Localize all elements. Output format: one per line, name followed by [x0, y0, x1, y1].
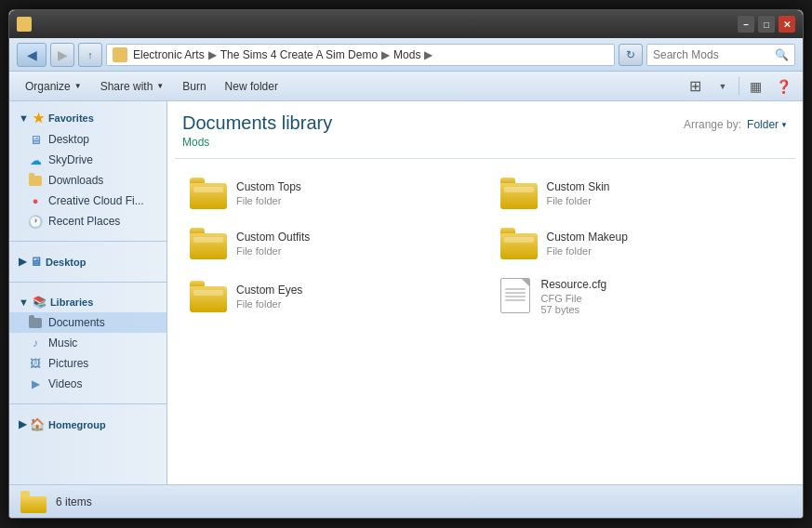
desktop-icon: 🖥: [28, 132, 43, 147]
back-button[interactable]: ◀: [17, 43, 47, 67]
search-box[interactable]: 🔍: [646, 44, 795, 66]
library-header: Documents library Mods Arrange by: Folde…: [167, 101, 803, 152]
file-type-custom-skin: File folder: [547, 195, 610, 206]
folder-shine: [193, 237, 223, 243]
doc-line: [505, 292, 526, 294]
folder-shine: [193, 187, 223, 192]
file-area: Documents library Mods Arrange by: Folde…: [167, 101, 803, 484]
libraries-icon: 📚: [33, 296, 47, 309]
file-item-custom-outfits[interactable]: Custom Outfits File folder: [182, 222, 478, 265]
minimize-button[interactable]: –: [738, 16, 754, 33]
change-view-chevron[interactable]: ▼: [711, 75, 735, 98]
search-icon: 🔍: [775, 48, 789, 61]
libraries-header[interactable]: ▼ 📚 Libraries: [9, 292, 166, 312]
folder-body: [190, 233, 227, 259]
sidebar-item-pictures[interactable]: 🖼 Pictures: [9, 353, 166, 374]
folder-icon-custom-tops: [190, 178, 227, 209]
sidebar-item-downloads[interactable]: Downloads: [9, 170, 166, 191]
search-input[interactable]: [653, 48, 771, 61]
file-item-custom-makeup[interactable]: Custom Makeup File folder: [493, 222, 789, 265]
arrange-by-value[interactable]: Folder ▼: [747, 118, 788, 131]
toolbar-right: ⊞ ▼ ▦ ❓: [683, 75, 795, 98]
favorites-chevron: ▼: [19, 112, 29, 124]
breadcrumb-segment-2[interactable]: The Sims 4 Create A Sim Demo: [220, 48, 378, 61]
arrange-by: Arrange by: Folder ▼: [684, 118, 788, 131]
homegroup-header[interactable]: ▶ 🏠 Homegroup: [9, 414, 166, 435]
breadcrumb-segment-3[interactable]: Mods: [393, 48, 420, 61]
file-info-custom-makeup: Custom Makeup File folder: [547, 231, 628, 257]
organize-label: Organize: [25, 80, 71, 93]
folder-body: [190, 286, 227, 312]
sidebar-separator-3: [9, 403, 166, 404]
sidebar-item-recent-places[interactable]: 🕐 Recent Places: [9, 211, 166, 231]
file-item-resource-cfg[interactable]: Resource.cfg CFG File 57 bytes: [493, 272, 789, 321]
maximize-button[interactable]: □: [758, 16, 775, 33]
sidebar-item-music[interactable]: ♪ Music: [9, 333, 166, 353]
burn-label: Burn: [182, 80, 206, 93]
favorites-icon: ★: [33, 111, 45, 125]
homegroup-icon: 🏠: [30, 417, 45, 431]
sidebar-item-videos[interactable]: ▶ Videos: [9, 374, 166, 394]
folder-shine: [504, 187, 534, 192]
libraries-label: Libraries: [50, 297, 93, 308]
file-item-custom-eyes[interactable]: Custom Eyes File folder: [182, 272, 478, 321]
toolbar-divider: [739, 77, 739, 96]
breadcrumb-sep-1: ▶: [208, 48, 217, 61]
arrange-by-chevron: ▼: [780, 121, 788, 129]
library-subtitle[interactable]: Mods: [182, 136, 209, 149]
sidebar-item-videos-label: Videos: [48, 377, 82, 390]
desktop-section-header[interactable]: ▶ 🖥 Desktop: [9, 251, 166, 272]
window-icon: [17, 17, 32, 32]
homegroup-chevron: ▶: [19, 418, 26, 430]
titlebar: – □ ✕: [9, 10, 803, 38]
folder-body: [500, 233, 538, 259]
sidebar-item-skydrive-label: SkyDrive: [48, 153, 93, 166]
sidebar-item-desktop[interactable]: 🖥 Desktop: [9, 129, 166, 150]
downloads-icon: [28, 173, 43, 188]
file-item-custom-skin[interactable]: Custom Skin File folder: [493, 172, 789, 215]
folder-icon-custom-eyes: [190, 281, 227, 312]
file-info-custom-eyes: Custom Eyes File folder: [236, 284, 302, 310]
refresh-button[interactable]: ↻: [619, 44, 643, 66]
new-folder-button[interactable]: New folder: [217, 75, 286, 98]
help-button[interactable]: ❓: [771, 75, 795, 98]
sidebar-item-pictures-label: Pictures: [48, 357, 88, 370]
folder-icon-custom-makeup: [500, 228, 538, 259]
file-info-custom-skin: Custom Skin File folder: [547, 180, 610, 206]
file-info-custom-tops: Custom Tops File folder: [236, 180, 301, 206]
file-item-custom-tops[interactable]: Custom Tops File folder: [182, 172, 478, 215]
file-type-custom-outfits: File folder: [236, 245, 310, 257]
folder-shine: [193, 290, 223, 296]
breadcrumb-segment-1[interactable]: Electronic Arts: [133, 48, 205, 61]
videos-icon: ▶: [28, 376, 43, 391]
favorites-header[interactable]: ▼ ★ Favorites: [9, 107, 166, 129]
file-info-custom-outfits: Custom Outfits File folder: [236, 231, 310, 257]
doc-line: [505, 299, 526, 301]
burn-button[interactable]: Burn: [174, 75, 214, 98]
addressbar: ◀ ▶ ↑ Electronic Arts ▶ The Sims 4 Creat…: [9, 38, 803, 72]
sidebar-item-skydrive[interactable]: ☁ SkyDrive: [9, 150, 166, 170]
breadcrumb-bar[interactable]: Electronic Arts ▶ The Sims 4 Create A Si…: [106, 44, 615, 66]
file-name-custom-tops: Custom Tops: [236, 180, 301, 193]
desktop-section-chevron: ▶: [19, 256, 26, 268]
homegroup-section: ▶ 🏠 Homegroup: [9, 408, 166, 441]
file-type-custom-tops: File folder: [236, 195, 301, 206]
sidebar-item-desktop-label: Desktop: [48, 133, 89, 146]
file-info-resource-cfg: Resource.cfg CFG File 57 bytes: [541, 278, 607, 315]
details-pane-button[interactable]: ▦: [743, 75, 767, 98]
file-size-resource-cfg: 57 bytes: [541, 304, 607, 315]
share-with-button[interactable]: Share with ▼: [92, 75, 173, 98]
organize-button[interactable]: Organize ▼: [17, 75, 90, 98]
folder-shine: [504, 237, 534, 243]
recent-places-icon: 🕐: [28, 214, 43, 229]
status-folder-body: [20, 496, 47, 513]
sidebar-item-downloads-label: Downloads: [48, 174, 103, 187]
sidebar-item-documents[interactable]: Documents: [9, 312, 166, 333]
file-name-custom-skin: Custom Skin: [547, 180, 610, 193]
close-button[interactable]: ✕: [779, 16, 795, 33]
status-folder-icon: [20, 491, 47, 513]
up-button[interactable]: ↑: [78, 43, 102, 67]
forward-button[interactable]: ▶: [50, 43, 74, 67]
change-view-button[interactable]: ⊞: [683, 75, 707, 98]
sidebar-item-creative-cloud[interactable]: ● Creative Cloud Fi...: [9, 191, 166, 211]
